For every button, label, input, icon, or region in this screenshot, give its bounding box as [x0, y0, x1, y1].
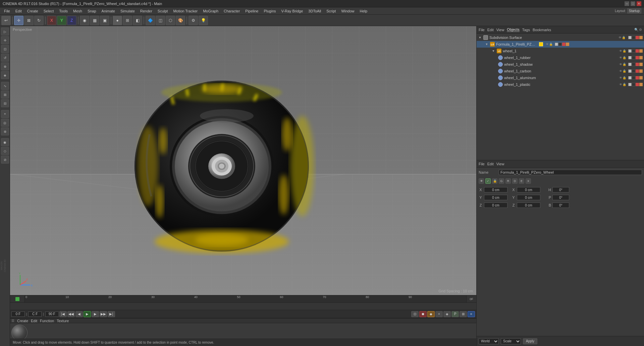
lock-icon-shadow[interactable]: 🔒	[623, 63, 626, 66]
scene-settings[interactable]: ⚙	[189, 16, 198, 25]
scale-button[interactable]: ⊠	[24, 16, 34, 25]
coord-z-rot[interactable]	[517, 203, 540, 208]
obj-search-icon[interactable]: 🔍	[634, 28, 638, 32]
menu-mesh[interactable]: Mesh	[70, 8, 85, 14]
vis-icon-w1[interactable]: 👁	[619, 49, 622, 53]
scale-select[interactable]: Scale	[501, 338, 521, 344]
current-frame-input[interactable]	[11, 311, 25, 317]
menu-simulate[interactable]: Simulate	[118, 8, 138, 14]
menu-snap[interactable]: Snap	[85, 8, 99, 14]
paint-mode[interactable]: 🎨	[176, 16, 185, 25]
menu-edit[interactable]: Edit	[13, 8, 24, 14]
attr-tab-edit[interactable]: Edit	[487, 162, 494, 166]
vis-icon-rubber[interactable]: 👁	[619, 56, 622, 59]
lock-icon-w1[interactable]: 🔒	[623, 49, 626, 53]
auto-key[interactable]: +	[435, 311, 443, 317]
edges-mode[interactable]: ⊞	[123, 16, 132, 25]
attr-icon-gen[interactable]: G	[499, 178, 504, 184]
move-button[interactable]: ✛	[14, 16, 23, 25]
mat-tab-function[interactable]: Function	[40, 319, 54, 323]
expand-subdivision[interactable]: ▼	[478, 36, 482, 40]
sidebar-select[interactable]: ▷	[1, 27, 9, 36]
menu-sculpt[interactable]: Sculpt	[155, 8, 171, 14]
attr-icon-active[interactable]: ✓	[485, 178, 491, 184]
coord-z-pos[interactable]	[484, 203, 507, 208]
attr-tab-view[interactable]: View	[496, 162, 504, 166]
light-tool[interactable]: 💡	[199, 16, 208, 25]
world-select[interactable]: World Object Local	[479, 338, 499, 344]
coord-y-rot[interactable]	[517, 195, 540, 200]
polygons-mode[interactable]: ◧	[133, 16, 142, 25]
vis-icon-formula[interactable]: 👁	[546, 43, 549, 46]
stop-btn[interactable]: ⏹	[419, 311, 427, 317]
menu-help[interactable]: Help	[357, 8, 370, 14]
menu-tools[interactable]: Tools	[56, 8, 70, 14]
obj-tab-bookmarks[interactable]: Bookmarks	[533, 28, 551, 32]
axis-x[interactable]: X	[47, 16, 56, 25]
sidebar-scale[interactable]: ⊡	[1, 45, 9, 53]
sidebar-spline[interactable]: ∿	[1, 82, 9, 90]
axis-y[interactable]: Y	[57, 16, 66, 25]
attr-tab-file[interactable]: File	[479, 162, 485, 166]
sidebar-tag[interactable]: ◇	[1, 147, 9, 155]
viewport[interactable]: ☰ View Cameras Display Options Filter Pa…	[10, 26, 476, 295]
go-to-start[interactable]: |◀	[59, 311, 67, 317]
menu-animate[interactable]: Animate	[99, 8, 118, 14]
object-mode[interactable]: 🔷	[146, 16, 155, 25]
go-to-end[interactable]: ▶|	[108, 311, 115, 317]
obj-row-plastic[interactable]: wheel_1_plastic 👁 🔒	[477, 81, 644, 88]
menu-select[interactable]: Select	[41, 8, 57, 14]
lock-icon-carbon[interactable]: 🔒	[623, 69, 626, 73]
sidebar-move[interactable]: ✛	[1, 36, 9, 44]
obj-tab-objects[interactable]: Objects	[507, 27, 519, 32]
obj-row-formula[interactable]: ▼ L0 Formula_1_Pirelli_PZero_Wheel 👁 🔒	[477, 41, 644, 48]
rotate-button[interactable]: ↻	[34, 16, 44, 25]
expand-formula[interactable]: ▼	[485, 42, 489, 46]
current-frame-c[interactable]	[28, 311, 42, 317]
menu-motion-tracker[interactable]: Motion Tracker	[170, 8, 200, 14]
sidebar-poly[interactable]: ◈	[1, 71, 9, 79]
points-mode[interactable]: ●	[113, 16, 122, 25]
render-active[interactable]: ◉	[80, 16, 89, 25]
key-sel[interactable]: ◈	[443, 311, 451, 317]
attr-icon-extra[interactable]: X	[526, 178, 531, 184]
coord-h-val[interactable]	[552, 187, 569, 192]
mat-tab-create[interactable]: Create	[17, 319, 28, 323]
sidebar-effector[interactable]: ⊘	[1, 156, 9, 164]
obj-row-subdivision[interactable]: ▼ Subdivision Surface 👁 🔒	[477, 34, 644, 41]
obj-settings-icon[interactable]: ⚙	[639, 28, 642, 32]
sidebar-subdiv[interactable]: ⊞	[1, 91, 9, 99]
sidebar-rotate[interactable]: ↺	[1, 54, 9, 62]
menu-script[interactable]: Script	[324, 8, 338, 14]
layout-value[interactable]: Startup	[627, 8, 641, 13]
menu-window[interactable]: Window	[338, 8, 357, 14]
sidebar-live[interactable]: ⊕	[1, 62, 9, 70]
close-button[interactable]: ✕	[637, 1, 641, 6]
sidebar-scene[interactable]: ⊛	[1, 127, 9, 135]
expand-wheel1[interactable]: ▼	[491, 49, 495, 53]
lock-icon-aluminum[interactable]: 🔒	[623, 76, 626, 79]
vis-icon-plastic[interactable]: 👁	[619, 83, 622, 86]
restore-button[interactable]: □	[631, 1, 635, 6]
menu-pipeline[interactable]: Pipeline	[243, 8, 261, 14]
play-backwards[interactable]: ◀◀	[67, 311, 75, 317]
menu-render[interactable]: Render	[138, 8, 155, 14]
record-btn[interactable]: ⊡	[411, 311, 419, 317]
attr-icon-deform[interactable]: D	[512, 178, 518, 184]
mat-menu-icon[interactable]: ☰	[11, 319, 14, 323]
coord-x-rot[interactable]	[517, 187, 540, 192]
menu-mograph[interactable]: MoGraph	[200, 8, 221, 14]
lock-icon-subd[interactable]: 🔒	[622, 36, 626, 39]
lock-icon-plastic[interactable]: 🔒	[623, 83, 626, 86]
attr-icon-expression[interactable]: E	[519, 178, 524, 184]
obj-tab-file[interactable]: File	[479, 28, 485, 32]
sidebar-camera[interactable]: ⌖	[1, 110, 9, 118]
obj-row-wheel1[interactable]: ▼ L0 wheel_1 👁 🔒	[477, 48, 644, 54]
material-preview-ball[interactable]	[11, 325, 28, 341]
texture-mode[interactable]: ◫	[156, 16, 165, 25]
p-btn[interactable]: P	[451, 311, 459, 317]
model-mode[interactable]: ⬡	[166, 16, 175, 25]
obj-row-carbon[interactable]: wheel_1_carbon 👁 🔒	[477, 68, 644, 74]
lock-icon-rubber[interactable]: 🔒	[623, 56, 626, 59]
menu-character[interactable]: Character	[221, 8, 243, 14]
